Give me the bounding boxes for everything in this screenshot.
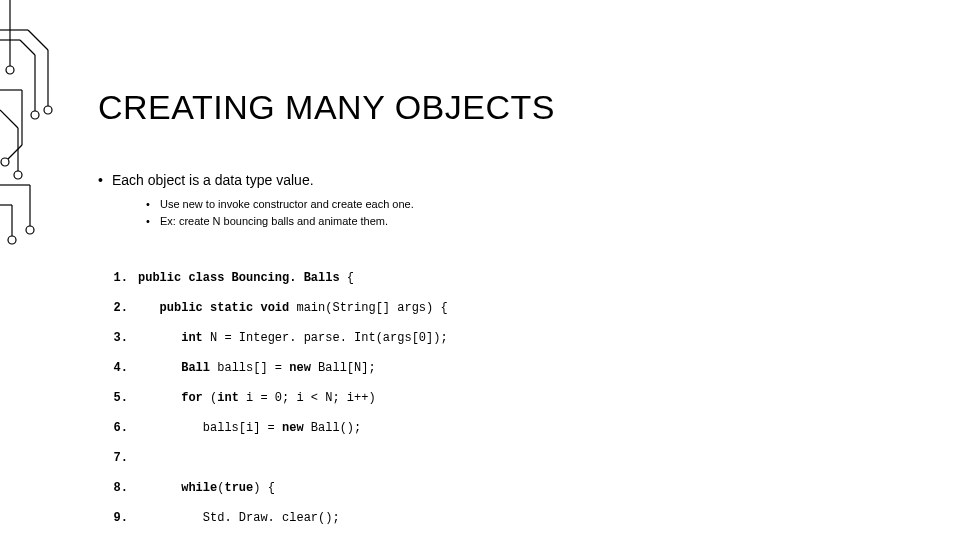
svg-point-18 (6, 66, 14, 74)
svg-point-22 (8, 236, 16, 244)
svg-point-17 (31, 111, 39, 119)
svg-point-21 (26, 226, 34, 234)
svg-line-10 (0, 110, 18, 128)
circuit-decoration (0, 0, 100, 260)
svg-line-9 (5, 145, 22, 162)
svg-point-16 (44, 106, 52, 114)
svg-point-19 (1, 158, 9, 166)
svg-line-4 (20, 40, 35, 55)
subbullet-1: Use new to invoke constructor and create… (160, 198, 414, 210)
body-text: •Each object is a data type value. •Use … (98, 172, 898, 230)
slide-title: CREATING MANY OBJECTS (98, 88, 555, 127)
bullet-1: Each object is a data type value. (112, 172, 314, 188)
code-block: 1.public class Bouncing. Balls { 2. publ… (98, 256, 448, 540)
svg-point-20 (14, 171, 22, 179)
svg-line-1 (28, 30, 48, 50)
subbullet-2: Ex: create N bouncing balls and animate … (160, 215, 388, 227)
